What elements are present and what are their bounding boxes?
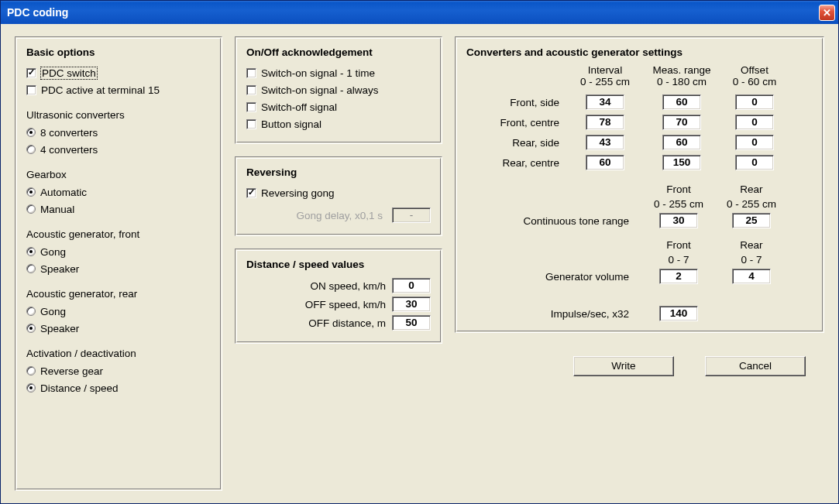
front-side-label: Front, side	[466, 97, 567, 108]
pdc-terminal15-checkbox[interactable]: PDC active at terminal 15	[26, 81, 211, 98]
pdc-terminal15-label: PDC active at terminal 15	[41, 84, 160, 96]
front-centre-offset[interactable]: 0	[735, 115, 774, 130]
radio-icon	[26, 307, 36, 316]
ultrasonic-8-label: 8 converters	[40, 127, 98, 139]
rear-side-offset[interactable]: 0	[735, 135, 774, 150]
on-speed-field[interactable]: 0	[392, 278, 431, 293]
vol-rear-range: 0 - 7	[720, 254, 782, 266]
front-side-meas[interactable]: 60	[662, 94, 701, 110]
reversing-title: Reversing	[246, 166, 431, 178]
interval-range: 0 - 255 cm	[570, 76, 640, 87]
activation-reverse-label: Reverse gear	[40, 365, 103, 377]
impulse-label: Impulse/sec, x32	[466, 308, 637, 320]
gong-delay-field: -	[392, 207, 431, 223]
activation-reverse-radio[interactable]: Reverse gear	[26, 362, 211, 379]
checkbox-icon	[246, 102, 256, 112]
rear-side-label: Rear, side	[466, 137, 567, 149]
converters-group: Converters and acoustic generator settin…	[455, 36, 824, 333]
ultrasonic-4-label: 4 converters	[40, 144, 98, 156]
activation-distance-label: Distance / speed	[40, 382, 119, 394]
radio-icon	[26, 145, 36, 154]
impulse-field[interactable]: 140	[659, 306, 698, 321]
interval-header: Interval	[570, 64, 640, 76]
checkbox-icon	[246, 85, 256, 95]
rear-side-interval[interactable]: 43	[586, 135, 624, 150]
acoustic-rear-gong-radio[interactable]: Gong	[26, 303, 211, 320]
checkbox-icon	[26, 85, 36, 95]
checkbox-icon	[246, 119, 256, 129]
vol-front-range: 0 - 7	[640, 254, 717, 266]
tone-rear-field[interactable]: 25	[732, 213, 771, 228]
gearbox-auto-label: Automatic	[40, 187, 87, 198]
pdc-switch-label: PDC switch	[41, 67, 97, 79]
vol-front-header: Front	[640, 239, 717, 251]
button-signal-checkbox[interactable]: Button signal	[246, 115, 431, 132]
switch-off-label: Switch-off signal	[261, 101, 337, 113]
switch-on-always-label: Switch-on signal - always	[261, 84, 379, 96]
ultrasonic-8-radio[interactable]: 8 converters	[26, 124, 211, 141]
close-button[interactable]: ✕	[819, 5, 835, 21]
offset-header: Offset	[724, 64, 786, 76]
radio-icon	[26, 383, 36, 393]
acoustic-rear-label: Acoustic generator, rear	[26, 288, 211, 300]
radio-icon	[26, 128, 36, 137]
reversing-gong-checkbox[interactable]: Reversing gong	[246, 184, 431, 201]
meas-range-range: 0 - 180 cm	[643, 76, 720, 87]
gong-delay-label: Gong delay, x0,1 s	[246, 210, 383, 221]
ultrasonic-4-radio[interactable]: 4 converters	[26, 141, 211, 158]
radio-icon	[26, 324, 36, 333]
write-button[interactable]: Write	[573, 356, 674, 376]
checkbox-icon	[246, 188, 256, 198]
switch-off-checkbox[interactable]: Switch-off signal	[246, 98, 431, 115]
acoustic-front-speaker-label: Speaker	[40, 263, 79, 275]
front-side-offset[interactable]: 0	[735, 94, 774, 110]
activation-distance-radio[interactable]: Distance / speed	[26, 379, 211, 396]
meas-range-header: Meas. range	[643, 64, 720, 76]
cancel-button[interactable]: Cancel	[705, 356, 806, 376]
tone-front-header: Front	[640, 183, 717, 195]
offset-range: 0 - 60 cm	[724, 76, 786, 87]
pdc-switch-checkbox[interactable]: PDC switch	[26, 64, 211, 81]
switch-on-1time-checkbox[interactable]: Switch-on signal - 1 time	[246, 64, 431, 81]
acoustic-rear-speaker-label: Speaker	[40, 323, 79, 334]
gearbox-label: Gearbox	[26, 169, 211, 180]
reversing-gong-label: Reversing gong	[261, 187, 335, 199]
front-side-interval[interactable]: 34	[586, 94, 624, 110]
off-speed-field[interactable]: 30	[392, 297, 431, 312]
rear-centre-offset[interactable]: 0	[735, 155, 774, 170]
tone-rear-header: Rear	[720, 183, 782, 195]
tone-rear-range: 0 - 255 cm	[720, 198, 782, 210]
acoustic-front-gong-label: Gong	[40, 246, 66, 258]
onoff-ack-group: On/Off acknowledgement Switch-on signal …	[235, 36, 442, 144]
radio-icon	[26, 366, 36, 375]
vol-row-label: Generator volume	[466, 271, 637, 283]
vol-front-field[interactable]: 2	[659, 269, 698, 284]
vol-rear-header: Rear	[720, 239, 782, 251]
rear-side-meas[interactable]: 60	[662, 135, 701, 150]
acoustic-front-label: Acoustic generator, front	[26, 228, 211, 240]
acoustic-rear-speaker-radio[interactable]: Speaker	[26, 320, 211, 337]
front-centre-interval[interactable]: 78	[586, 115, 624, 130]
rear-centre-meas[interactable]: 150	[662, 155, 701, 170]
content-area: Basic options PDC switch PDC active at t…	[1, 24, 838, 503]
front-centre-meas[interactable]: 70	[662, 115, 701, 130]
off-speed-label: OFF speed, km/h	[305, 299, 386, 310]
reversing-group: Reversing Reversing gong Gong delay, x0,…	[235, 156, 442, 236]
gearbox-manual-radio[interactable]: Manual	[26, 201, 211, 218]
tone-row-label: Continuous tone range	[466, 215, 637, 227]
acoustic-front-speaker-radio[interactable]: Speaker	[26, 260, 211, 277]
vol-rear-field[interactable]: 4	[732, 269, 771, 284]
off-distance-field[interactable]: 50	[392, 315, 431, 331]
button-signal-label: Button signal	[261, 118, 322, 130]
acoustic-front-gong-radio[interactable]: Gong	[26, 243, 211, 260]
gearbox-auto-radio[interactable]: Automatic	[26, 183, 211, 201]
radio-icon	[26, 187, 36, 197]
pdc-coding-window: PDC coding ✕ Basic options PDC switch PD…	[0, 0, 839, 504]
switch-on-always-checkbox[interactable]: Switch-on signal - always	[246, 81, 431, 98]
tone-front-range: 0 - 255 cm	[640, 198, 717, 210]
on-speed-label: ON speed, km/h	[310, 280, 386, 292]
checkbox-icon	[246, 68, 256, 78]
tone-front-field[interactable]: 30	[659, 213, 698, 228]
titlebar: PDC coding ✕	[1, 1, 838, 24]
rear-centre-interval[interactable]: 60	[586, 155, 624, 170]
